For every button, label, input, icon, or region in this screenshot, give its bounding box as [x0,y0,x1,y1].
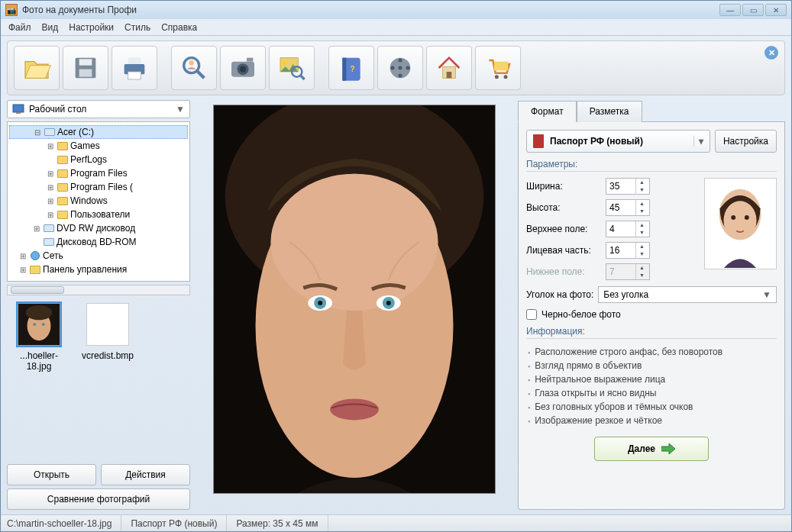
info-item: Нейтральное выражение лица [528,372,777,386]
open-button[interactable]: Открыть [7,464,96,485]
tab-markup[interactable]: Разметка [577,101,642,122]
bw-checkbox[interactable] [526,309,537,320]
preset-settings-button[interactable]: Настройка [715,130,777,153]
status-size: Размер: 35 x 45 мм [227,515,328,531]
zoom-person-button[interactable] [171,46,217,90]
svg-point-21 [399,59,402,63]
height-spinner[interactable]: ▲▼ [606,199,650,216]
info-list: Расположение строго анфас, без поворотов… [526,345,777,427]
svg-point-52 [745,215,749,220]
image-search-button[interactable] [269,46,315,90]
save-button[interactable] [63,46,108,90]
next-button[interactable]: Далее [594,437,709,461]
tree-item-users[interactable]: ⊞Пользователи [9,208,188,221]
status-path: C:\martin-schoeller-18.jpg [7,515,121,531]
svg-point-40 [270,174,438,311]
toolbar-help-icon[interactable]: ✕ [765,46,778,60]
tree-item-windows[interactable]: ⊞Windows [9,194,188,208]
location-label: Рабочий стол [29,104,86,114]
info-item: Расположение строго анфас, без поворотов [528,345,777,359]
menu-help[interactable]: Справка [161,22,197,33]
width-label: Ширина: [526,181,601,192]
chevron-down-icon: ▾ [693,136,703,147]
home-button[interactable] [426,46,472,90]
window-title: Фото на документы Профи [22,5,137,15]
titlebar: 📷 Фото на документы Профи — ▭ ✕ [1,1,791,19]
top-label: Верхнее поле: [526,224,601,234]
arrow-right-icon [661,443,675,454]
cart-button[interactable] [475,46,521,90]
menubar: Файл Вид Настройки Стиль Справка [1,19,791,36]
format-tab-body: Паспорт РФ (новый) ▾ Настройка Параметры… [518,122,785,510]
thumb-item[interactable]: ...hoeller-18.jpg [8,303,70,372]
svg-point-22 [399,74,402,78]
tree-item-bd[interactable]: Дисковод BD-ROM [9,235,188,249]
svg-point-14 [283,61,287,65]
status-preset: Паспорт РФ (новый) [121,515,227,531]
svg-line-7 [196,70,204,78]
svg-point-47 [330,398,379,420]
location-combo[interactable]: Рабочий стол ▼ [7,100,190,118]
menu-settings[interactable]: Настройки [69,22,114,33]
height-label: Высота: [526,202,601,213]
tree-h-scrollbar[interactable] [7,285,190,295]
top-spinner[interactable]: ▲▼ [606,221,650,237]
open-folder-button[interactable] [14,46,60,90]
svg-point-34 [26,305,53,320]
thumb-item[interactable]: vcredist.bmp [77,303,138,361]
right-panel: Формат Разметка Паспорт РФ (новый) ▾ Нас… [518,100,785,510]
statusbar: C:\martin-schoeller-18.jpg Паспорт РФ (н… [1,514,791,531]
svg-rect-31 [16,112,21,114]
monitor-icon [12,104,24,114]
preset-combo[interactable]: Паспорт РФ (новый) ▾ [526,130,710,153]
svg-point-8 [189,60,194,66]
tree-item-network[interactable]: ⊞Сеть [9,249,188,263]
tabs: Формат Разметка [518,100,785,122]
tree-item-dvd[interactable]: ⊞DVD RW дисковод [9,221,188,235]
compare-button[interactable]: Сравнение фотографий [7,488,190,510]
menu-view[interactable]: Вид [42,22,59,33]
menu-file[interactable]: Файл [8,22,31,33]
minimize-button[interactable]: — [719,4,741,16]
print-button[interactable] [112,46,157,90]
face-spinner[interactable]: ▲▼ [606,242,650,259]
face-label: Лицевая часть: [526,245,601,256]
film-reel-button[interactable] [377,46,423,90]
photo-preview-panel [196,100,512,510]
tree-item-progfilesx[interactable]: ⊞Program Files ( [9,180,188,194]
camera-button[interactable] [220,46,266,90]
tree-item-perflogs[interactable]: PerfLogs [9,153,188,166]
svg-point-20 [399,66,402,70]
svg-point-46 [386,301,390,305]
thumb-label: vcredist.bmp [77,350,138,361]
svg-rect-1 [79,59,92,65]
svg-rect-30 [13,105,24,112]
svg-point-51 [731,215,735,220]
tree-item-games[interactable]: ⊞Games [9,139,188,153]
tree-item-control[interactable]: ⊞Панель управления [9,263,188,276]
folder-tree[interactable]: ⊟Acer (C:) ⊞Games PerfLogs ⊞Program File… [7,121,190,282]
svg-point-36 [42,323,45,326]
svg-rect-27 [494,62,508,71]
photo-canvas[interactable] [213,105,496,494]
tree-item-acer[interactable]: ⊟Acer (C:) [9,125,188,139]
info-item: Без головных уборов и тёмных очков [528,400,777,414]
info-item: Глаза открыты и ясно видны [528,386,777,400]
svg-point-11 [240,66,246,73]
width-spinner[interactable]: ▲▼ [606,178,650,195]
svg-point-29 [504,75,508,79]
info-item: Взгляд прямо в объектив [528,359,777,372]
svg-rect-12 [247,58,253,62]
thumbnail-area: ...hoeller-18.jpg vcredist.bmp [7,298,190,461]
help-book-button[interactable]: ? [328,46,374,90]
sample-photo [704,178,777,269]
actions-button[interactable]: Действия [101,464,190,485]
corner-select[interactable]: Без уголка▼ [598,286,777,303]
tab-format[interactable]: Формат [518,101,577,122]
svg-rect-26 [447,72,452,78]
menu-style[interactable]: Стиль [124,22,150,33]
svg-point-24 [406,66,410,70]
maximize-button[interactable]: ▭ [742,4,764,16]
close-button[interactable]: ✕ [765,4,787,16]
tree-item-progfiles[interactable]: ⊞Program Files [9,166,188,180]
